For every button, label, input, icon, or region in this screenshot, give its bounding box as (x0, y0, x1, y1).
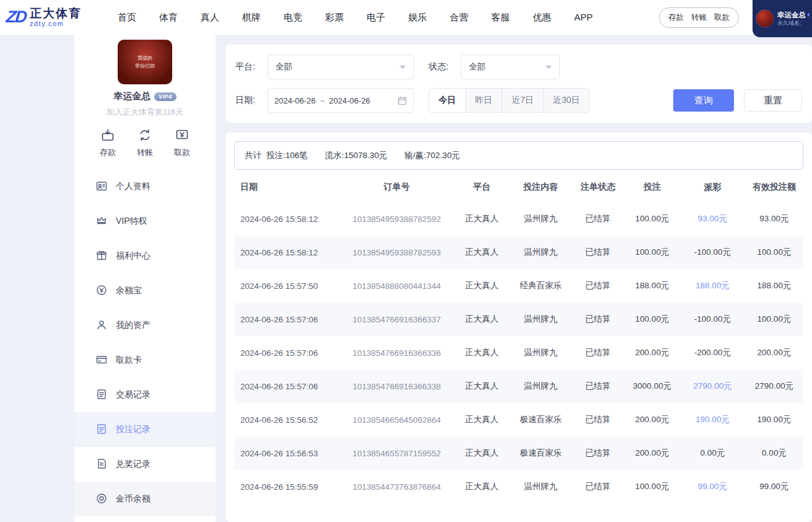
valid-cell: 100.00元 (745, 303, 803, 336)
sidebar-item-assets[interactable]: 我的资产 (74, 308, 216, 343)
status-cell: 已结算 (572, 303, 624, 336)
content-cell: 温州牌九 (510, 336, 572, 369)
sidebar-item-profile[interactable]: 个人资料 (74, 169, 216, 204)
date-cell: 2024-06-26 15:55:59 (234, 470, 339, 503)
platform-select[interactable]: 全部 (268, 55, 414, 79)
coins-icon (95, 492, 108, 507)
sidebar: 我说的 带你们回 幸运金总 VIP4 加入正大体育第116天 存款 转账 取款 … (74, 35, 216, 522)
nav-item-sports[interactable]: 体育 (159, 12, 178, 24)
status-cell: 已结算 (572, 236, 624, 269)
sidebar-quick-actions: 存款 转账 取款 (74, 128, 216, 164)
sidebar-item-coin-balance[interactable]: 金币余额 (74, 482, 216, 516)
search-button[interactable]: 查询 (673, 89, 734, 112)
transfer-link[interactable]: 转账 (691, 12, 707, 23)
range-30days-button[interactable]: 近30日 (543, 89, 590, 112)
filter-row-1: 平台: 全部 状态: 全部 (235, 55, 802, 79)
nav-item-entertainment[interactable]: 娱乐 (408, 12, 427, 24)
nav-item-boardgames[interactable]: 棋牌 (242, 12, 261, 24)
range-yesterday-button[interactable]: 昨日 (465, 89, 502, 112)
profile-icon (95, 180, 108, 194)
sidebar-menu: 个人资料 VIP特权 福利中心 余额宝 我的资产 取款卡 交易记录 投注记录 (74, 169, 216, 522)
status-select-value: 全部 (469, 61, 486, 73)
nav-item-promos[interactable]: 优惠 (533, 12, 551, 24)
sidebar-item-redeem-records[interactable]: 兑奖记录 (74, 447, 216, 482)
content-cell: 温州牌九 (510, 303, 572, 336)
transfer-label: 转账 (137, 147, 153, 158)
status-cell: 已结算 (572, 369, 624, 403)
range-today-button[interactable]: 今日 (429, 89, 465, 112)
sidebar-item-rebate[interactable]: 实时返水 (74, 516, 216, 522)
payout-cell: -100.00元 (680, 236, 745, 269)
status-cell: 已结算 (572, 336, 624, 369)
table-row: 2024-06-26 15:57:06 1013854766916366338 … (234, 369, 803, 403)
sidebar-item-vip[interactable]: VIP特权 (74, 204, 216, 239)
transfer-quick-action[interactable]: 转账 (137, 128, 153, 158)
date-range-input[interactable]: 2024-06-26 ~ 2024-06-26 (268, 88, 414, 113)
table-header-row: 日期 订单号 平台 投注内容 注单状态 投注 派彩 有效投注额 (234, 172, 803, 202)
sidebar-item-label: 投注记录 (116, 424, 151, 435)
nav-item-app[interactable]: APP (574, 12, 593, 24)
reset-button[interactable]: 重置 (744, 89, 802, 112)
user-corner[interactable]: 幸运金总◆ 永久域名: (753, 0, 812, 37)
logo-subtitle: zdty.com (30, 20, 82, 27)
nav-item-support[interactable]: 客服 (491, 12, 510, 24)
valid-cell: 200.00元 (745, 336, 803, 369)
status-select[interactable]: 全部 (461, 55, 560, 79)
filter-panel: 平台: 全部 状态: 全部 日期: 2024-06-26 ~ 2024-06-2… (225, 45, 812, 123)
col-header-date: 日期 (234, 172, 339, 202)
sidebar-item-label: 我的资产 (116, 320, 151, 331)
bet-cell: 200.00元 (624, 403, 680, 436)
profile-avatar[interactable]: 我说的 带你们回 (118, 40, 172, 84)
sidebar-item-label: 兑奖记录 (116, 459, 151, 470)
valid-cell: 2790.00元 (745, 369, 803, 403)
redeem-icon (95, 458, 108, 472)
date-cell: 2024-06-26 15:56:53 (234, 436, 339, 470)
bet-cell: 100.00元 (624, 470, 680, 503)
content-cell: 极速百家乐 (510, 403, 572, 436)
order-cell: 1013854665645092864 (339, 403, 454, 436)
platform-cell: 正大真人 (454, 269, 510, 303)
nav-item-slots[interactable]: 电子 (367, 12, 385, 24)
site-logo[interactable]: ZD 正大体育 zdty.com (6, 7, 82, 28)
order-cell: 1013854473763876864 (339, 470, 454, 503)
sidebar-item-bet-records[interactable]: 投注记录 (74, 412, 216, 447)
vip-badge: VIP4 (154, 92, 177, 101)
col-header-order: 订单号 (339, 172, 454, 202)
col-header-content: 投注内容 (510, 172, 572, 202)
content-cell: 温州牌九 (510, 369, 572, 403)
nav-item-home[interactable]: 首页 (118, 12, 136, 24)
platform-cell: 正大真人 (454, 336, 510, 369)
summary-winloss: 输/赢:702.30元 (404, 150, 460, 161)
withdraw-link[interactable]: 取款 (714, 12, 730, 23)
order-cell: 1013854888080441344 (339, 269, 454, 303)
order-cell: 1013854959388782592 (339, 202, 454, 236)
sidebar-username: 幸运金总 (113, 91, 151, 102)
bank-card-icon (95, 353, 108, 368)
summary-bets: 投注:106笔 (266, 150, 308, 161)
vip-crown-icon (95, 215, 108, 229)
sidebar-item-balance-treasure[interactable]: 余额宝 (74, 273, 216, 308)
content-cell: 温州牌九 (510, 236, 572, 269)
summary-turnover: 流水:15078.30元 (325, 150, 388, 161)
vip-diamond-icon: ◆ (807, 12, 810, 18)
date-cell: 2024-06-26 15:57:50 (234, 269, 339, 303)
valid-cell: 100.00元 (745, 236, 803, 269)
sidebar-item-withdraw-card[interactable]: 取款卡 (74, 343, 216, 378)
col-header-bet: 投注 (624, 172, 680, 202)
order-cell: 1013854766916366336 (339, 336, 454, 369)
calendar-icon (398, 96, 407, 105)
withdraw-quick-action[interactable]: 取款 (174, 128, 190, 158)
table-row: 2024-06-26 15:58:12 1013854959388782592 … (234, 202, 803, 236)
nav-item-esports[interactable]: 电竞 (284, 12, 302, 24)
nav-item-partner[interactable]: 合营 (450, 12, 468, 24)
platform-cell: 正大真人 (454, 436, 510, 470)
sidebar-item-welfare[interactable]: 福利中心 (74, 239, 216, 273)
deposit-link[interactable]: 存款 (668, 12, 684, 23)
nav-item-lottery[interactable]: 彩票 (325, 12, 344, 24)
deposit-quick-action[interactable]: 存款 (100, 128, 116, 158)
bet-cell: 188.00元 (624, 269, 680, 303)
nav-item-live[interactable]: 真人 (201, 12, 219, 24)
sidebar-item-transactions[interactable]: 交易记录 (74, 378, 216, 412)
date-cell: 2024-06-26 15:56:52 (234, 403, 339, 436)
range-7days-button[interactable]: 近7日 (502, 89, 543, 112)
